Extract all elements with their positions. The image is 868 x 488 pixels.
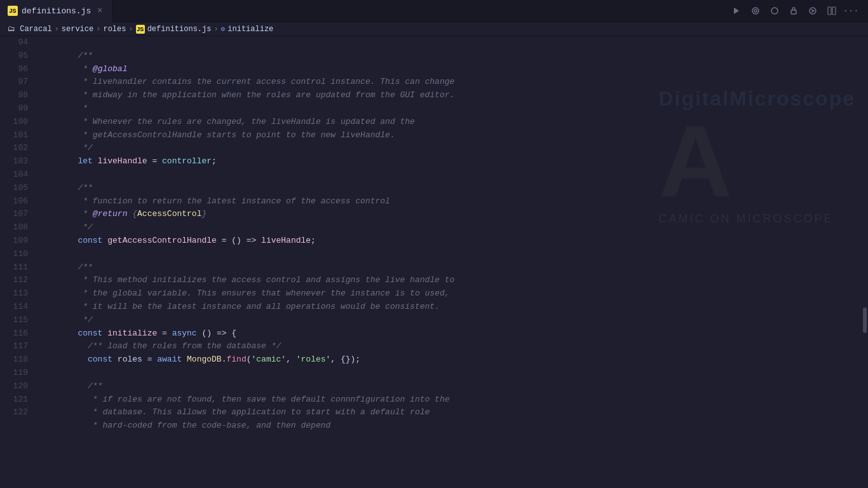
ln-97: 97	[0, 76, 28, 89]
code-line-110: /**	[38, 248, 862, 261]
code-line-99: * Whenever the rules are changed, the li…	[38, 102, 862, 116]
ln-122: 122	[0, 406, 28, 419]
ln-107: 107	[0, 208, 28, 221]
scrollbar[interactable]	[862, 36, 868, 488]
ln-99: 99	[0, 102, 28, 116]
bc-sep-3: ›	[128, 25, 133, 34]
bc-service[interactable]: service	[62, 25, 93, 34]
tab-bar-actions: ···	[729, 4, 868, 18]
svg-point-3	[771, 8, 778, 14]
ln-103: 103	[0, 155, 28, 168]
code-line-119: /**	[38, 367, 862, 380]
code-content[interactable]: /** * @global * livehandler contains the…	[33, 36, 862, 488]
line-numbers: 94 95 96 97 98 99 100 101 102 103 104 10…	[0, 36, 33, 488]
bc-filename[interactable]: definitions.js	[147, 25, 212, 34]
bc-roles[interactable]: roles	[103, 25, 126, 34]
ln-112: 112	[0, 274, 28, 287]
tab-bar: JS definitions.js ×	[0, 0, 868, 22]
svg-rect-7	[832, 7, 836, 15]
ln-104: 104	[0, 168, 28, 182]
ln-96: 96	[0, 63, 28, 76]
ln-117: 117	[0, 340, 28, 353]
tab-close-button[interactable]: ×	[95, 6, 105, 16]
bc-caracal[interactable]: 🗂 Caracal	[8, 24, 52, 34]
code-line-111: * This method initializes the access con…	[38, 261, 862, 274]
bc-sep-4: ›	[214, 25, 218, 34]
js-file-icon: JS	[8, 6, 18, 16]
tab-filename: definitions.js	[22, 6, 91, 16]
bc-initialize[interactable]: initialize	[227, 25, 273, 34]
ln-119: 119	[0, 367, 28, 380]
ln-115: 115	[0, 314, 28, 327]
bc-sep-2: ›	[96, 25, 100, 34]
lock-icon[interactable]	[787, 4, 801, 18]
code-line-95: * @global	[38, 50, 862, 63]
code-line-96: * livehandler contains the current acces…	[38, 63, 862, 76]
bc-js-icon: JS	[136, 25, 145, 34]
ln-116: 116	[0, 327, 28, 341]
code-line-108: const getAccessControlHandle = () => liv…	[38, 221, 862, 234]
code-line-115: const initialize = async () => {	[38, 314, 862, 327]
svg-point-1	[752, 8, 759, 14]
ln-121: 121	[0, 393, 28, 407]
ln-110: 110	[0, 248, 28, 261]
bc-sep-1: ›	[55, 25, 59, 34]
ln-101: 101	[0, 129, 28, 142]
ln-100: 100	[0, 116, 28, 129]
breadcrumb: 🗂 Caracal › service › roles › JS definit…	[0, 22, 868, 36]
target-icon[interactable]	[749, 4, 763, 18]
svg-point-2	[754, 10, 757, 12]
ln-118: 118	[0, 353, 28, 367]
tab-definitions-js[interactable]: JS definitions.js ×	[0, 0, 113, 22]
ln-120: 120	[0, 380, 28, 393]
ln-98: 98	[0, 89, 28, 102]
svg-rect-6	[828, 7, 831, 15]
code-line-94: /**	[38, 36, 862, 50]
ln-109: 109	[0, 234, 28, 248]
ln-113: 113	[0, 287, 28, 301]
code-line-104: /**	[38, 168, 862, 182]
split-editor-icon[interactable]	[825, 4, 839, 18]
arrow-icon[interactable]	[806, 4, 820, 18]
ln-114: 114	[0, 301, 28, 314]
svg-rect-4	[791, 10, 796, 14]
ln-102: 102	[0, 142, 28, 155]
ln-105: 105	[0, 182, 28, 195]
more-actions-icon[interactable]: ···	[844, 4, 858, 18]
ln-108: 108	[0, 221, 28, 234]
ln-94: 94	[0, 36, 28, 50]
run-icon[interactable]	[729, 4, 743, 18]
svg-marker-0	[734, 8, 739, 14]
circle-icon[interactable]	[768, 4, 782, 18]
code-line-105: * function to return the latest instance…	[38, 182, 862, 195]
scrollbar-thumb[interactable]	[863, 308, 867, 333]
code-line-102: let liveHandle = controller;	[38, 142, 862, 155]
ln-95: 95	[0, 50, 28, 63]
ln-106: 106	[0, 195, 28, 208]
editor-area: DigitalMicroscope A CAMIC ON MICROSCOPE …	[0, 36, 868, 488]
bc-func-icon: ⊙	[221, 25, 226, 33]
code-line-120: * if roles are not found, then save the …	[38, 380, 862, 393]
ln-111: 111	[0, 261, 28, 274]
